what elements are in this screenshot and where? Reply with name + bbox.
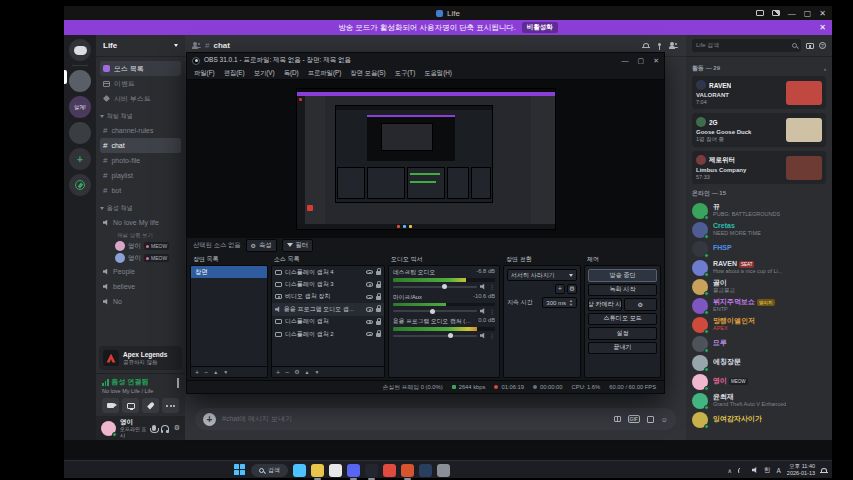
eye-icon[interactable] bbox=[366, 282, 373, 287]
cast-icon[interactable] bbox=[756, 10, 764, 16]
filters-button[interactable]: 필터 bbox=[282, 239, 314, 252]
member-row[interactable]: FHSP bbox=[692, 239, 826, 258]
activity-card[interactable]: 2G Goose Goose Duck 1명 참여 중 bbox=[692, 113, 826, 147]
settings-gear-icon[interactable]: ⚙ bbox=[174, 424, 180, 432]
scene-item[interactable]: 장면 bbox=[191, 266, 267, 278]
stop-streaming-button[interactable]: 방송 중단 bbox=[588, 269, 657, 282]
volume-icon[interactable] bbox=[752, 467, 758, 473]
eye-icon[interactable] bbox=[366, 270, 373, 275]
tray-expand-icon[interactable]: ∧ bbox=[728, 467, 732, 474]
activity-card[interactable]: Apex Legends 공유하지 않음 bbox=[99, 346, 182, 370]
voice-user[interactable]: 영이 MEOW bbox=[100, 252, 181, 264]
remove-source-button[interactable]: − bbox=[285, 369, 289, 376]
menu-view[interactable]: 보기(V) bbox=[254, 69, 275, 78]
gift-icon[interactable] bbox=[614, 416, 621, 422]
member-row[interactable]: 골이 불금불금 bbox=[692, 277, 826, 296]
home-button[interactable] bbox=[69, 39, 91, 61]
menu-file[interactable]: 파일(F) bbox=[194, 69, 215, 78]
member-row[interactable]: 영이MEOW bbox=[692, 372, 826, 391]
source-row[interactable]: 비디오 캡처 장치 bbox=[272, 291, 384, 303]
server-header[interactable]: Life bbox=[96, 35, 185, 57]
taskbar-app-explorer[interactable] bbox=[311, 464, 324, 477]
disconnect-icon[interactable] bbox=[177, 378, 179, 387]
server-icon-2[interactable]: 알게! bbox=[69, 96, 91, 118]
search-input[interactable]: Life 검색 bbox=[692, 39, 801, 52]
members-icon[interactable] bbox=[193, 42, 197, 46]
help-icon[interactable]: ? bbox=[819, 42, 826, 49]
speaker-icon[interactable] bbox=[480, 284, 486, 290]
activity-card[interactable]: 제로위터 Limbus Company 57:33 bbox=[692, 151, 826, 184]
obs-close-button[interactable]: ✕ bbox=[653, 57, 659, 65]
source-down-button[interactable]: ▼ bbox=[315, 370, 320, 375]
start-button[interactable] bbox=[234, 464, 246, 476]
properties-button[interactable]: ⚙속성 bbox=[246, 239, 277, 252]
voice-channel-believe[interactable]: believe bbox=[100, 279, 181, 294]
menu-edit[interactable]: 편집(E) bbox=[224, 69, 245, 78]
member-row[interactable]: 망랭이엘인저 APEX bbox=[692, 315, 826, 334]
channel-channel-rules[interactable]: #channel-rules bbox=[100, 123, 181, 138]
screen-share-button[interactable] bbox=[122, 398, 139, 413]
video-button[interactable] bbox=[102, 398, 119, 413]
ime-korean[interactable]: 한 bbox=[764, 466, 771, 475]
speaker-icon[interactable] bbox=[480, 333, 486, 339]
lock-icon[interactable] bbox=[376, 333, 381, 337]
activities-button[interactable] bbox=[142, 398, 159, 413]
notifications-bell-icon[interactable] bbox=[643, 43, 649, 48]
channel-menu-icon[interactable]: ⋮ bbox=[489, 283, 495, 290]
taskbar-app-widgets[interactable] bbox=[293, 464, 306, 477]
sources-dock-title[interactable]: 소스 목록 bbox=[271, 254, 385, 265]
message-input-placeholder[interactable]: #chat에 메시지 보내기 bbox=[222, 414, 608, 424]
banner-close-icon[interactable]: ✕ bbox=[819, 23, 826, 32]
category-voice-channels[interactable]: 음성 채널 bbox=[100, 202, 181, 215]
eye-icon[interactable] bbox=[366, 295, 373, 300]
channel-photo-file[interactable]: #photo-file bbox=[100, 153, 181, 168]
sticker-icon[interactable] bbox=[647, 416, 654, 423]
member-row[interactable]: 묘루 bbox=[692, 334, 826, 353]
mic-icon[interactable] bbox=[152, 425, 156, 431]
volume-slider[interactable] bbox=[393, 335, 477, 337]
voice-channel-detail[interactable]: No love My Life / Life bbox=[102, 388, 179, 394]
soundboard-button[interactable] bbox=[162, 398, 179, 413]
spinner-arrows-icon[interactable]: ▲▼ bbox=[569, 299, 573, 306]
source-row[interactable]: 응용 프로그램 오디오 캡... bbox=[272, 303, 384, 315]
scene-down-button[interactable]: ▼ bbox=[223, 370, 228, 375]
screenshot-icon[interactable] bbox=[772, 10, 780, 16]
menu-docks[interactable]: 독(D) bbox=[284, 69, 299, 78]
channel-chat[interactable]: #chat bbox=[100, 138, 181, 153]
taskbar-app-discord[interactable] bbox=[347, 464, 360, 477]
speaker-icon[interactable] bbox=[480, 308, 486, 314]
sidebar-item-boost[interactable]: 서버 부스트 bbox=[100, 91, 181, 106]
attach-plus-icon[interactable]: + bbox=[203, 413, 216, 426]
emoji-icon[interactable]: ☺ bbox=[661, 416, 668, 423]
taskbar-app-obs[interactable] bbox=[365, 464, 378, 477]
channel-bot[interactable]: #bot bbox=[100, 183, 181, 198]
server-icon-3[interactable] bbox=[69, 122, 91, 144]
start-virtual-camera-button[interactable]: 가상 카메라 시작 bbox=[588, 298, 622, 311]
taskbar-app-misc[interactable] bbox=[437, 464, 450, 477]
add-source-button[interactable]: + bbox=[276, 369, 280, 376]
eye-icon[interactable] bbox=[366, 332, 373, 337]
menu-scene-collection[interactable]: 장면 모음(S) bbox=[350, 69, 385, 78]
eye-icon[interactable] bbox=[366, 307, 373, 312]
studio-mode-button[interactable]: 스튜디오 모드 bbox=[588, 313, 657, 326]
mixer-dock-title[interactable]: 오디오 믹서 bbox=[388, 254, 500, 265]
avatar[interactable] bbox=[101, 421, 116, 436]
sidebar-item-events[interactable]: 이벤트 bbox=[100, 76, 181, 91]
scenes-dock-title[interactable]: 장면 목록 bbox=[190, 254, 268, 265]
channel-menu-icon[interactable]: ⋮ bbox=[489, 308, 495, 315]
channel-menu-icon[interactable]: ⋮ bbox=[489, 332, 495, 339]
start-recording-button[interactable]: 녹화 시작 bbox=[588, 284, 657, 297]
pinned-messages-icon[interactable] bbox=[658, 43, 661, 46]
taskbar-search[interactable]: 검색 bbox=[251, 464, 288, 477]
scene-up-button[interactable]: ▲ bbox=[213, 370, 218, 375]
lock-icon[interactable] bbox=[376, 308, 381, 312]
lock-icon[interactable] bbox=[376, 284, 381, 288]
lock-icon[interactable] bbox=[376, 321, 381, 325]
taskbar-app-valorant[interactable] bbox=[383, 464, 396, 477]
maximize-button[interactable]: ▢ bbox=[804, 9, 812, 18]
obs-preview[interactable] bbox=[187, 80, 664, 238]
inbox-icon[interactable] bbox=[806, 43, 814, 49]
category-text-channels[interactable]: 채팅 채널 bbox=[100, 110, 181, 123]
voice-channel-no[interactable]: No bbox=[100, 294, 181, 309]
duration-spinner[interactable]: 300 ms ▲▼ bbox=[542, 297, 577, 308]
